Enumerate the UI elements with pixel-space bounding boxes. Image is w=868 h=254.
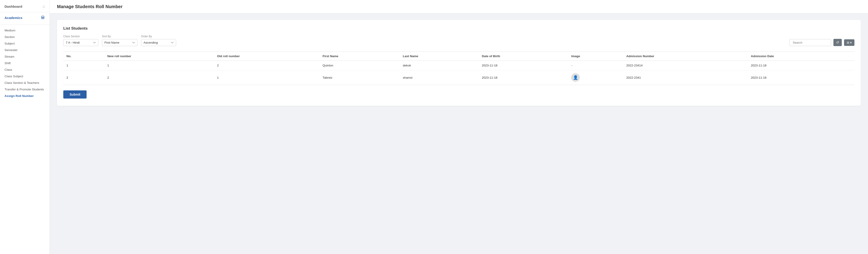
cell-old-roll: 2 [214, 61, 319, 70]
table-row: 2 2 1 Tabreiz shamsi 2023-11-18 👤 2022-2… [63, 70, 855, 85]
sidebar-item-shift[interactable]: Shift [0, 60, 50, 66]
table-body: 1 1 2 Quinton dekok 2023-11-18 - 2022-23… [63, 61, 855, 85]
students-table-wrapper: No. New roll number Old roll number Firs… [63, 52, 855, 85]
academics-icon: 🏛 [41, 15, 45, 20]
cell-first-name: Quinton [319, 61, 400, 70]
sidebar-top: Dashboard ⌂ [0, 0, 50, 12]
col-image: Image [568, 52, 623, 61]
order-by-select[interactable]: Ascending Descending [141, 39, 176, 46]
sort-by-label: Sort By [102, 35, 137, 38]
sidebar-item-medium[interactable]: Medium [0, 27, 50, 34]
dashboard-label: Dashboard [4, 4, 22, 8]
class-section-select[interactable]: 7 A - Hindi 7 B - Hindi 8 A - English [63, 39, 98, 46]
filter-class-section: Class Section 7 A - Hindi 7 B - Hindi 8 … [63, 35, 98, 46]
page-header: Manage Students Roll Number [50, 0, 868, 13]
cell-no: 1 [63, 61, 104, 70]
search-actions: ↺ ⊞ ▾ [789, 39, 855, 46]
sidebar-item-class-subject[interactable]: Class Subject [0, 73, 50, 80]
sidebar-nav: Medium Section Subject Semester Stream S… [0, 25, 50, 101]
list-students-title: List Students [63, 26, 855, 31]
col-dob: Date of Birth [479, 52, 568, 61]
col-no: No. [63, 52, 104, 61]
filter-order-by: Order By Ascending Descending [141, 35, 176, 46]
sort-by-select[interactable]: First Name Last Name Admission Number [102, 39, 137, 46]
sidebar-item-section[interactable]: Section [0, 34, 50, 40]
filters-row: Class Section 7 A - Hindi 7 B - Hindi 8 … [63, 35, 855, 46]
sidebar-item-assign-roll-number[interactable]: Assign Roll Number [0, 93, 50, 99]
cell-image: - [568, 61, 623, 70]
refresh-button[interactable]: ↺ [833, 39, 842, 46]
cell-last-name: shamsi [400, 70, 479, 85]
main-card: List Students Class Section 7 A - Hindi … [57, 20, 861, 106]
cell-no: 2 [63, 70, 104, 85]
cell-admission-date: 2023-11-18 [748, 61, 855, 70]
col-last-name: Last Name [400, 52, 479, 61]
sidebar-item-class[interactable]: Class [0, 66, 50, 73]
home-icon: ⌂ [42, 4, 45, 9]
filter-sort-by: Sort By First Name Last Name Admission N… [102, 35, 137, 46]
search-input[interactable] [789, 39, 831, 46]
grid-view-button[interactable]: ⊞ ▾ [844, 39, 855, 46]
col-old-roll: Old roll number [214, 52, 319, 61]
academics-section: Academics 🏛 [0, 12, 50, 25]
table-row: 1 1 2 Quinton dekok 2023-11-18 - 2022-23… [63, 61, 855, 70]
cell-new-roll: 2 [104, 70, 214, 85]
page-title: Manage Students Roll Number [57, 4, 861, 9]
sidebar: Dashboard ⌂ Academics 🏛 Medium Section S… [0, 0, 50, 254]
cell-first-name: Tabreiz [319, 70, 400, 85]
academics-label[interactable]: Academics [4, 16, 22, 20]
academics-header: Academics 🏛 [4, 15, 45, 20]
cell-admission-number: 2022-23414 [623, 61, 748, 70]
submit-button[interactable]: Submit [63, 90, 87, 98]
students-table: No. New roll number Old roll number Firs… [63, 52, 855, 85]
cell-admission-number: 2022-2341 [623, 70, 748, 85]
main-content: Manage Students Roll Number List Student… [50, 0, 868, 254]
sidebar-item-semester[interactable]: Semester [0, 47, 50, 53]
cell-image: 👤 [568, 70, 623, 85]
sidebar-item-transfer-promote[interactable]: Transfer & Promote Students [0, 86, 50, 93]
col-first-name: First Name [319, 52, 400, 61]
cell-new-roll: 1 [104, 61, 214, 70]
student-avatar: 👤 [571, 73, 580, 82]
col-admission-date: Admission Date [748, 52, 855, 61]
class-section-label: Class Section [63, 35, 98, 38]
order-by-label: Order By [141, 35, 176, 38]
grid-icon: ⊞ [847, 41, 849, 44]
cell-old-roll: 1 [214, 70, 319, 85]
chevron-down-icon: ▾ [850, 41, 852, 44]
cell-last-name: dekok [400, 61, 479, 70]
sidebar-item-class-section-teachers[interactable]: Class Section & Teachers [0, 80, 50, 86]
refresh-icon: ↺ [836, 40, 839, 44]
table-header-row: No. New roll number Old roll number Firs… [63, 52, 855, 61]
cell-dob: 2023-11-18 [479, 70, 568, 85]
cell-dob: 2023-11-18 [479, 61, 568, 70]
sidebar-item-stream[interactable]: Stream [0, 53, 50, 60]
cell-admission-date: 2023-11-18 [748, 70, 855, 85]
sidebar-item-subject[interactable]: Subject [0, 40, 50, 47]
col-admission-number: Admission Number [623, 52, 748, 61]
content-area: List Students Class Section 7 A - Hindi … [50, 13, 868, 112]
col-new-roll: New roll number [104, 52, 214, 61]
